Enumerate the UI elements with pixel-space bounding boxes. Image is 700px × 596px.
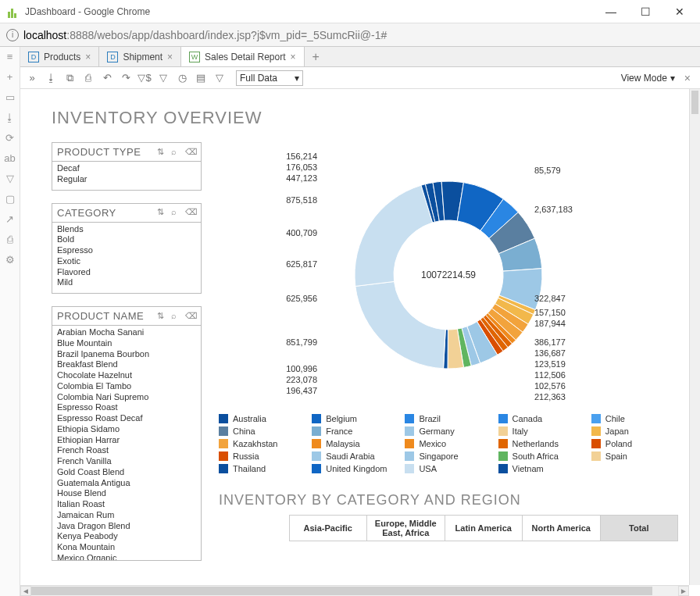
legend-item[interactable]: United Kingdom bbox=[312, 464, 398, 473]
legend-item[interactable]: Belgium bbox=[312, 414, 398, 423]
sort-icon[interactable]: ⇅ bbox=[157, 147, 168, 158]
legend-item[interactable]: Netherlands bbox=[498, 439, 585, 448]
text-icon[interactable]: ab bbox=[4, 152, 16, 164]
list-item[interactable]: Ethiopia Sidamo bbox=[57, 424, 196, 435]
window-close-button[interactable]: ✕ bbox=[662, 1, 697, 23]
legend-item[interactable]: Germany bbox=[405, 426, 491, 436]
schedule-icon[interactable]: ◷ bbox=[175, 71, 189, 85]
legend-item[interactable]: Spain bbox=[591, 451, 678, 461]
list-item[interactable]: French Vanilla bbox=[57, 456, 196, 467]
filter-icon[interactable]: ▽ bbox=[4, 172, 16, 184]
donut-chart[interactable]: 10072214.59 156,214176,053447,123875,518… bbox=[219, 142, 678, 408]
address-bar[interactable]: i localhost:8888/webos/app/dashboard/ind… bbox=[0, 23, 700, 47]
list-item[interactable]: Arabian Mocha Sanani bbox=[57, 327, 196, 338]
download-icon[interactable]: ⭳ bbox=[4, 111, 16, 123]
menu-icon[interactable]: ≡ bbox=[4, 50, 16, 62]
list-item[interactable]: Blue Mountain bbox=[57, 338, 196, 349]
list-item[interactable]: Espresso Roast Decaf bbox=[57, 413, 196, 424]
list-item[interactable]: Chocolate Hazelnut bbox=[57, 370, 196, 381]
list-item[interactable]: Kona Mountain bbox=[57, 542, 196, 553]
scroll-left-icon[interactable]: ◄ bbox=[20, 586, 31, 596]
horizontal-scrollbar[interactable]: ◄ ► bbox=[20, 585, 689, 596]
legend-item[interactable]: USA bbox=[405, 464, 491, 473]
tab-products[interactable]: D Products × bbox=[20, 47, 99, 66]
legend-item[interactable]: Russia bbox=[219, 451, 305, 461]
panel-body[interactable]: Arabian Mocha SananiBlue MountainBrazil … bbox=[52, 326, 201, 560]
clear-icon[interactable]: ⌫ bbox=[185, 147, 196, 158]
legend-item[interactable]: Vietnam bbox=[498, 464, 585, 473]
new-tab-button[interactable]: + bbox=[305, 47, 327, 66]
tab-shipment[interactable]: D Shipment × bbox=[99, 47, 181, 66]
close-icon[interactable]: × bbox=[85, 52, 91, 62]
clear-icon[interactable]: ⌫ bbox=[185, 207, 196, 218]
bookmark-icon[interactable]: ▽ bbox=[212, 71, 227, 85]
legend-item[interactable]: Singapore bbox=[405, 451, 491, 461]
document-icon[interactable]: ▤ bbox=[194, 71, 208, 85]
window-maximize-button[interactable]: ☐ bbox=[628, 1, 662, 23]
search-icon[interactable]: ⌕ bbox=[171, 207, 182, 218]
legend-item[interactable]: Malaysia bbox=[312, 439, 398, 448]
list-item[interactable]: French Roast bbox=[57, 445, 196, 456]
list-item[interactable]: Ethiopian Harrar bbox=[57, 435, 196, 446]
settings-icon[interactable]: ⚙ bbox=[4, 253, 16, 266]
list-item[interactable]: Exotic bbox=[57, 256, 196, 267]
legend-item[interactable]: Poland bbox=[591, 439, 678, 448]
open-external-icon[interactable]: ⧉ bbox=[62, 71, 77, 85]
list-item[interactable]: Gold Coast Blend bbox=[57, 467, 196, 478]
list-item[interactable]: Espresso Roast bbox=[57, 402, 196, 413]
sort-icon[interactable]: ⇅ bbox=[157, 311, 168, 322]
legend-item[interactable]: France bbox=[312, 426, 398, 436]
search-icon[interactable]: ⌕ bbox=[171, 311, 182, 322]
clear-icon[interactable]: ⌫ bbox=[185, 311, 196, 322]
legend-item[interactable]: Mexico bbox=[405, 439, 491, 448]
close-icon[interactable]: × bbox=[167, 52, 173, 62]
close-panel-icon[interactable]: × bbox=[684, 72, 691, 84]
list-item[interactable]: Mild bbox=[57, 277, 196, 288]
window-minimize-button[interactable]: — bbox=[594, 1, 628, 23]
list-item[interactable]: Jamaican Rum bbox=[57, 510, 196, 521]
save-layout-icon[interactable]: ▢ bbox=[4, 192, 16, 205]
legend-item[interactable]: Chile bbox=[591, 414, 678, 423]
filter-toolbar-icon[interactable]: ▽ bbox=[156, 71, 170, 85]
folder-icon[interactable]: ▭ bbox=[4, 91, 16, 103]
data-mode-select[interactable]: Full Data ▾ bbox=[236, 70, 303, 86]
list-item[interactable]: Guatemala Antigua bbox=[57, 478, 196, 489]
legend-item[interactable]: Japan bbox=[591, 426, 678, 436]
scroll-right-icon[interactable]: ► bbox=[678, 586, 689, 596]
legend-item[interactable]: Brazil bbox=[405, 414, 491, 423]
print-rail-icon[interactable]: ⎙ bbox=[4, 233, 16, 245]
filter-sort-icon[interactable]: ▽$ bbox=[138, 71, 152, 85]
list-item[interactable]: Bold bbox=[57, 234, 196, 245]
refresh-icon[interactable]: ⟳ bbox=[4, 131, 16, 144]
export-icon[interactable]: ⭳ bbox=[44, 71, 58, 85]
list-item[interactable]: Java Dragon Blend bbox=[57, 521, 196, 532]
legend-item[interactable]: Australia bbox=[219, 414, 305, 423]
sort-icon[interactable]: ⇅ bbox=[157, 207, 168, 218]
list-item[interactable]: Espresso bbox=[57, 245, 196, 256]
list-item[interactable]: Mexico Organic bbox=[57, 553, 196, 560]
close-icon[interactable]: × bbox=[290, 52, 295, 62]
list-item[interactable]: Regular bbox=[57, 174, 196, 185]
site-info-icon[interactable]: i bbox=[6, 29, 19, 41]
tab-sales-detail-report[interactable]: W Sales Detail Report × bbox=[181, 47, 304, 66]
legend-item[interactable]: Saudi Arabia bbox=[312, 451, 398, 461]
legend-item[interactable]: Canada bbox=[498, 414, 585, 423]
list-item[interactable]: Decaf bbox=[57, 163, 196, 174]
expand-icon[interactable]: » bbox=[25, 71, 39, 85]
view-mode-toggle[interactable]: View Mode ▾ bbox=[621, 73, 675, 84]
print-icon[interactable]: ⎙ bbox=[81, 71, 95, 85]
legend-item[interactable]: Kazakhstan bbox=[219, 439, 305, 448]
legend-item[interactable]: Thailand bbox=[219, 464, 305, 473]
list-item[interactable]: Brazil Ipanema Bourbon bbox=[57, 349, 196, 360]
undo-icon[interactable]: ↶ bbox=[100, 71, 114, 85]
share-icon[interactable]: ↗ bbox=[4, 212, 16, 225]
list-item[interactable]: Colombia El Tambo bbox=[57, 381, 196, 392]
search-icon[interactable]: ⌕ bbox=[171, 147, 182, 158]
add-icon[interactable]: + bbox=[4, 70, 16, 83]
panel-body[interactable]: DecafRegular bbox=[52, 162, 201, 190]
list-item[interactable]: Flavored bbox=[57, 267, 196, 278]
legend-item[interactable]: South Africa bbox=[498, 451, 585, 461]
panel-body[interactable]: BlendsBoldEspressoExoticFlavoredMild bbox=[52, 223, 201, 294]
list-item[interactable]: Colombia Nari Supremo bbox=[57, 392, 196, 403]
list-item[interactable]: Italian Roast bbox=[57, 499, 196, 510]
